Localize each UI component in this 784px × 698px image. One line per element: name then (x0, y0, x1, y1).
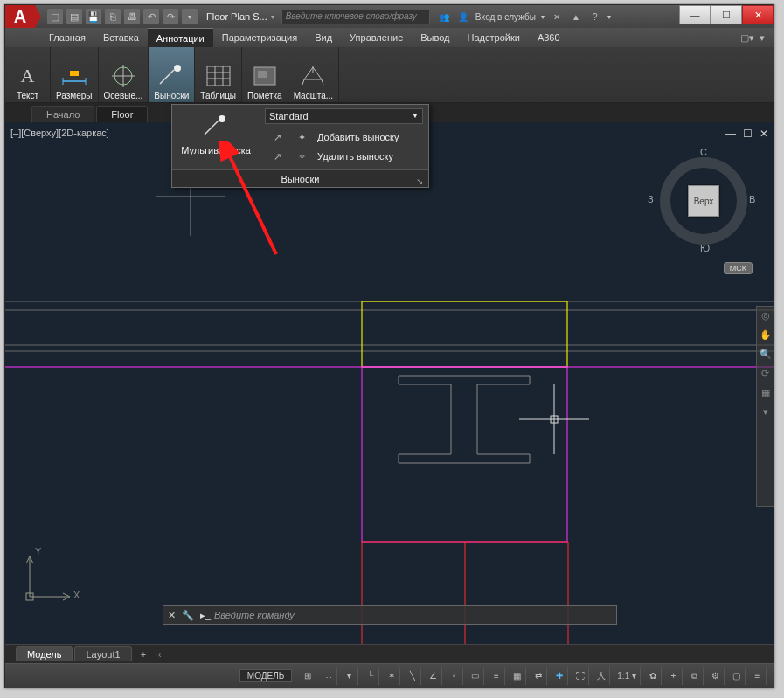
sb-hardware-icon[interactable]: ⚙ (707, 667, 725, 685)
chevron-down-icon: ▼ (412, 109, 419, 123)
doctab-floor[interactable]: Floor (96, 106, 148, 122)
sb-infer-icon[interactable]: ▾ (341, 667, 358, 685)
cmdline-config-icon[interactable]: 🔧 (179, 610, 197, 621)
sb-3dosnap-icon[interactable]: ▫ (446, 667, 463, 685)
help-icon[interactable]: ? (588, 10, 602, 24)
doctab-start[interactable]: Начало (31, 106, 94, 122)
a360-icon[interactable]: ▲ (569, 10, 583, 24)
ribbon-scale[interactable]: Масшта... (288, 47, 339, 102)
layout-tab-scroll-icon[interactable]: ‹ (155, 649, 165, 660)
dd-add-leader[interactable]: ↗ ✦ Добавить выноску (265, 128, 423, 147)
markup-icon (250, 61, 280, 91)
sb-otrack-icon[interactable]: ▭ (467, 667, 484, 685)
navbar-showmotion-icon[interactable]: ▦ (760, 387, 772, 403)
ucs-x-label: X (73, 590, 80, 600)
cmdline-close-icon[interactable]: ✕ (163, 610, 179, 621)
sb-annomon-icon[interactable]: ✚ (551, 667, 568, 685)
qat-undo-icon[interactable]: ↶ (143, 9, 159, 24)
ribbon-markup-label: Пометка (247, 91, 282, 100)
menu-annotate[interactable]: Аннотации (148, 28, 213, 47)
maximize-button[interactable]: ☐ (711, 5, 742, 24)
close-button[interactable]: ✕ (742, 5, 774, 24)
signin-label[interactable]: Вход в службы (475, 12, 536, 22)
dd-remove-leader[interactable]: ↗ ✧ Удалить выноску (265, 147, 423, 166)
qat-redo-icon[interactable]: ↷ (163, 9, 178, 24)
statusbar-model-toggle[interactable]: МОДЕЛЬ (239, 669, 292, 682)
qat-dd-icon[interactable]: ▾ (182, 9, 198, 24)
sb-plus-icon[interactable]: + (665, 667, 683, 685)
sb-custom-icon[interactable]: ≡ (749, 667, 767, 685)
menu-featured-apps-icon[interactable]: ▢▾ (740, 32, 754, 44)
ucs-axis-icon: X Y (17, 548, 79, 609)
infocenter-icon[interactable]: 👥 (437, 10, 451, 24)
sb-polar-icon[interactable]: ✶ (383, 667, 400, 685)
menu-a360[interactable]: A360 (529, 28, 569, 47)
sb-transparency-icon[interactable]: ▦ (509, 667, 526, 685)
help-dd-icon[interactable]: ▾ (607, 13, 611, 21)
navbar-orbit-icon[interactable]: ⟳ (760, 368, 772, 384)
exchange-icon[interactable]: ✕ (550, 10, 564, 24)
ribbon-dimension[interactable]: Размеры (51, 47, 99, 102)
dd-expand-icon[interactable]: ↘ (416, 173, 423, 190)
app-logo[interactable]: A (5, 5, 35, 28)
qat-open-icon[interactable]: ▤ (66, 9, 82, 24)
sb-gear-icon[interactable]: ✿ (644, 667, 662, 685)
menu-addins[interactable]: Надстройки (459, 28, 529, 47)
layout-tab-layout1[interactable]: Layout1 (74, 646, 131, 661)
sb-annodd-icon[interactable]: 人 (593, 667, 610, 685)
minimize-button[interactable]: — (679, 5, 711, 24)
menu-output[interactable]: Вывод (412, 28, 458, 47)
qat-save-icon[interactable]: 💾 (86, 9, 101, 24)
ribbon-text[interactable]: A Текст (5, 47, 51, 102)
ribbon-leader[interactable]: Выноски (149, 47, 195, 102)
title-dropdown-icon[interactable]: ▾ (271, 13, 274, 21)
navbar-more-icon[interactable]: ▾ (760, 406, 772, 422)
menu-view[interactable]: Вид (306, 28, 341, 47)
sb-cycling-icon[interactable]: ⇄ (530, 667, 547, 685)
svg-line-7 (160, 70, 174, 84)
sb-grid-icon[interactable]: ⊞ (299, 667, 316, 685)
dd-multileader-button[interactable]: Мультивыноска (172, 105, 260, 169)
text-icon: A (13, 61, 43, 91)
sb-ortho-icon[interactable]: └ (362, 667, 379, 685)
sb-osnap-icon[interactable]: ∠ (425, 667, 442, 685)
qat-print-icon[interactable]: 🖶 (124, 9, 140, 24)
sb-lweight-icon[interactable]: ≡ (488, 667, 505, 685)
dd-footer[interactable]: Выноски ↘ (172, 169, 428, 187)
qat-saveas-icon[interactable]: ⎘ (105, 9, 121, 24)
remove-leader-icon: ↗ (268, 151, 286, 162)
navigation-bar[interactable]: ◎ ✋ 🔍 ⟳ ▦ ▾ (756, 306, 774, 507)
menu-expand-icon[interactable]: ▾ (760, 32, 765, 44)
layout-tab-model[interactable]: Модель (16, 646, 73, 661)
menu-insert[interactable]: Вставка (94, 28, 148, 47)
title-bar: A ▢ ▤ 💾 ⎘ 🖶 ↶ ↷ ▾ Floor Plan S... ▾ Введ… (5, 5, 774, 28)
drawing-canvas[interactable]: [–][Сверху][2D-каркас] — ☐ ✕ Верх С Ю З … (5, 122, 774, 644)
signin-dd-icon[interactable]: ▾ (541, 13, 545, 21)
menu-manage[interactable]: Управление (341, 28, 412, 47)
menu-main[interactable]: Главная (40, 28, 94, 47)
layout-tab-add-icon[interactable]: + (134, 649, 153, 660)
sb-cleanscreen-icon[interactable]: ▢ (728, 667, 746, 685)
navbar-pan-icon[interactable]: ✋ (760, 329, 772, 345)
signin-icon[interactable]: 👤 (456, 10, 470, 24)
ribbon-markup[interactable]: Пометка (242, 47, 288, 102)
ribbon-tables[interactable]: Таблицы (195, 47, 242, 102)
sb-isoview-icon[interactable]: ⧉ (686, 667, 704, 685)
svg-rect-15 (258, 71, 267, 78)
scale-icon (298, 61, 328, 91)
menu-parametric[interactable]: Параметризация (213, 28, 306, 47)
ribbon-centermark[interactable]: Осевые... (99, 47, 149, 102)
cmdline-prompt-icon: ▸_ (197, 610, 214, 621)
sb-annoauto-icon[interactable]: ⛶ (572, 667, 589, 685)
sb-scale[interactable]: 1:1 ▾ (614, 667, 641, 685)
command-line[interactable]: ✕ 🔧 ▸_ Введите команду (163, 605, 617, 625)
navbar-zoom-icon[interactable]: 🔍 (760, 349, 772, 364)
status-bar: МОДЕЛЬ ⊞ ∷ ▾ └ ✶ ╲ ∠ ▫ ▭ ≡ ▦ ⇄ ✚ ⛶ 人 1:1… (5, 663, 774, 688)
keyword-search-input[interactable]: Введите ключевое слово/фразу (281, 9, 430, 24)
navbar-wheel-icon[interactable]: ◎ (760, 310, 772, 326)
qat-new-icon[interactable]: ▢ (47, 9, 63, 24)
dd-style-select[interactable]: Standard ▼ (265, 108, 423, 124)
sb-snap-icon[interactable]: ∷ (320, 667, 337, 685)
sb-iso-icon[interactable]: ╲ (404, 667, 421, 685)
ribbon-leader-label: Выноски (154, 91, 189, 100)
